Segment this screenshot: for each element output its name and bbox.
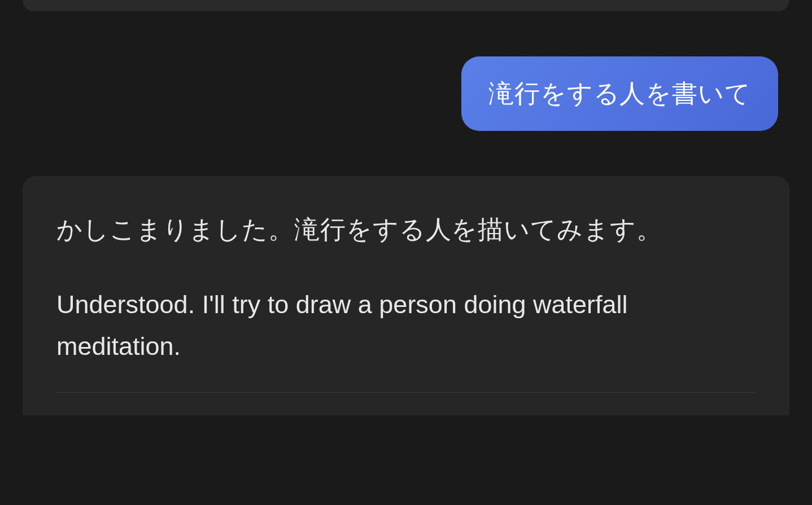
assistant-message-bubble[interactable]: かしこまりました。滝行をする人を描いてみます。 Understood. I'll… xyxy=(23,176,789,415)
previous-message-edge xyxy=(23,0,789,11)
user-message-row: 滝行をする人を書いて xyxy=(23,56,789,131)
message-divider xyxy=(56,392,756,393)
user-message-text: 滝行をする人を書いて xyxy=(488,79,751,108)
assistant-message-text-japanese: かしこまりました。滝行をする人を描いてみます。 xyxy=(56,208,756,252)
assistant-message-text-english: Understood. I'll try to draw a person do… xyxy=(56,284,756,368)
user-message-bubble[interactable]: 滝行をする人を書いて xyxy=(461,56,778,131)
